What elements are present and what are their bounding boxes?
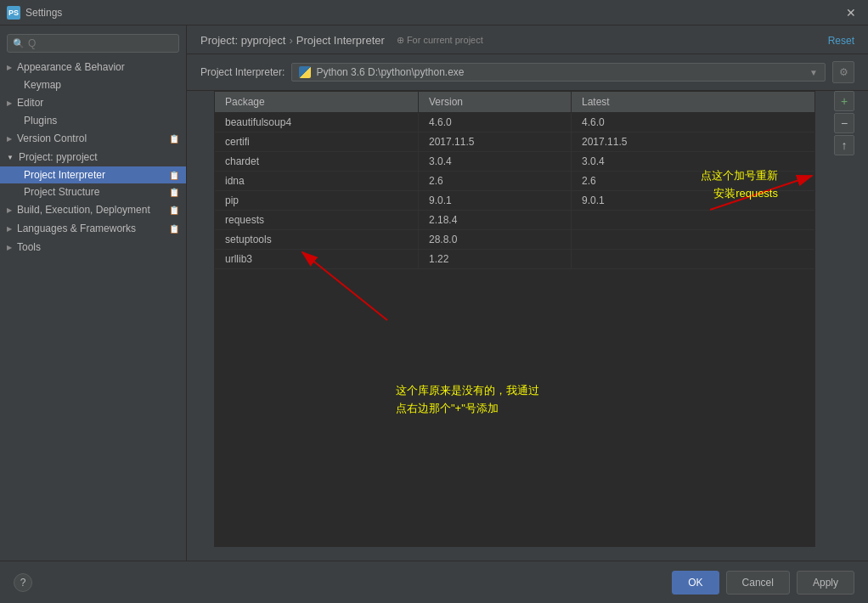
bottom-left: ? [14, 573, 32, 592]
sidebar-item-editor[interactable]: ▶ Editor [0, 93, 186, 112]
sidebar-item-build[interactable]: ▶ Build, Execution, Deployment 📋 [0, 200, 186, 219]
sidebar-label-tools: Tools [17, 241, 41, 253]
search-input[interactable] [28, 37, 173, 49]
sidebar-label-editor: Editor [17, 97, 43, 109]
interpreter-label: Project Interpreter: [200, 66, 285, 78]
sidebar-item-tools[interactable]: ▶ Tools [0, 238, 186, 256]
python-icon [299, 66, 311, 78]
column-header-version: Version [419, 92, 572, 112]
triangle-icon-lang: ▶ [7, 225, 12, 233]
app-icon: PS [7, 6, 20, 20]
cell-latest [572, 211, 814, 229]
breadcrumb-sep: › [289, 34, 292, 47]
sidebar-item-project[interactable]: ▼ Project: pyproject [0, 148, 186, 166]
table-row[interactable]: setuptools28.8.0 [215, 230, 814, 250]
cell-version: 1.22 [419, 250, 572, 268]
annotation-text-1: 这个库原来是没有的，我通过 点右边那个"+"号添加 [396, 382, 539, 418]
cell-version: 28.8.0 [419, 230, 572, 249]
sidebar-label-ps: Project Structure [24, 186, 99, 198]
table-wrapper: Package Version Latest beautifulsoup44.6… [200, 91, 854, 554]
cell-version: 2.6 [419, 172, 572, 190]
sidebar-label-build: Build, Execution, Deployment [17, 204, 150, 216]
search-box[interactable]: 🔍 [7, 34, 179, 53]
content-header: Project: pyproject › Project Interpreter… [187, 25, 868, 54]
triangle-icon: ▶ [7, 64, 12, 71]
breadcrumb-page: Project Interpreter [296, 34, 385, 47]
cell-latest [572, 230, 814, 249]
sidebar-label-appearance: Appearance & Behavior [17, 61, 125, 73]
sidebar-label-vc: Version Control [17, 132, 87, 144]
breadcrumb: Project: pyproject › Project Interpreter… [200, 34, 483, 47]
cell-package: requests [215, 211, 419, 229]
annotation-line3: 点这个加号重新 [701, 167, 778, 185]
title-bar: PS Settings ✕ [0, 0, 868, 25]
cell-latest [572, 250, 814, 268]
sidebar-label-lang: Languages & Frameworks [17, 223, 136, 234]
sidebar-item-languages[interactable]: ▶ Languages & Frameworks 📋 [0, 219, 186, 238]
sidebar-label-plugins: Plugins [24, 115, 57, 127]
cell-version: 3.0.4 [419, 152, 572, 171]
table-row[interactable]: requests2.18.4 [215, 211, 814, 230]
triangle-icon-vc: ▶ [7, 135, 12, 143]
edit-icon-vc: 📋 [169, 134, 179, 144]
breadcrumb-project: Project: pyproject [200, 34, 285, 47]
upgrade-package-button[interactable]: ↑ [834, 135, 854, 155]
cell-package: urllib3 [215, 250, 419, 268]
main-layout: 🔍 ▶ Appearance & Behavior Keymap ▶ Edito… [0, 25, 868, 561]
column-header-latest: Latest [572, 92, 814, 112]
help-button[interactable]: ? [14, 573, 32, 592]
cell-version: 2017.11.5 [419, 132, 572, 151]
cell-latest: 3.0.4 [572, 152, 814, 171]
table-side-buttons: + − ↑ [834, 91, 854, 155]
add-package-button[interactable]: + [834, 91, 854, 111]
title-bar-left: PS Settings [7, 6, 62, 20]
triangle-icon-build: ▶ [7, 206, 12, 214]
table-row[interactable]: urllib31.22 [215, 250, 814, 269]
apply-button[interactable]: Apply [797, 571, 854, 595]
window-title: Settings [25, 7, 62, 19]
annotation-text-2: 点这个加号重新 安装requests [701, 167, 778, 203]
sidebar: 🔍 ▶ Appearance & Behavior Keymap ▶ Edito… [0, 25, 187, 561]
cancel-button[interactable]: Cancel [726, 571, 790, 595]
edit-icon-ps: 📋 [169, 188, 179, 197]
sidebar-item-project-interpreter[interactable]: Project Interpreter 📋 [0, 166, 186, 183]
sidebar-item-appearance[interactable]: ▶ Appearance & Behavior [0, 58, 186, 76]
dropdown-arrow-icon: ▼ [809, 68, 818, 77]
table-row[interactable]: certifi2017.11.52017.11.5 [215, 132, 814, 152]
reset-button[interactable]: Reset [828, 35, 854, 47]
sidebar-item-plugins[interactable]: Plugins [0, 112, 186, 129]
cell-package: pip [215, 191, 419, 210]
cell-package: idna [215, 172, 419, 190]
cell-package: beautifulsoup4 [215, 113, 419, 132]
edit-icon-build: 📋 [169, 206, 179, 215]
interpreter-select-value: Python 3.6 D:\python\python.exe [299, 66, 464, 78]
ok-button[interactable]: OK [672, 571, 719, 595]
sidebar-label-pi: Project Interpreter [24, 169, 105, 181]
search-icon: 🔍 [13, 38, 25, 49]
cell-latest: 9.0.1 [572, 191, 814, 210]
cell-package: setuptools [215, 230, 419, 249]
remove-package-button[interactable]: − [834, 113, 854, 133]
gear-button[interactable]: ⚙ [832, 61, 854, 83]
sidebar-label-project: Project: pyproject [19, 151, 98, 163]
cell-latest: 2.6 [572, 172, 814, 190]
cell-latest: 4.6.0 [572, 113, 814, 132]
triangle-icon-project: ▼ [7, 154, 14, 161]
sidebar-label-keymap: Keymap [24, 79, 61, 91]
sidebar-item-version-control[interactable]: ▶ Version Control 📋 [0, 129, 186, 148]
cell-version: 2.18.4 [419, 211, 572, 229]
edit-icon-pi: 📋 [169, 171, 179, 180]
triangle-icon-editor: ▶ [7, 99, 12, 107]
table-header: Package Version Latest [215, 92, 814, 113]
sidebar-item-keymap[interactable]: Keymap [0, 76, 186, 93]
column-header-package: Package [215, 92, 419, 112]
table-row[interactable]: beautifulsoup44.6.04.6.0 [215, 113, 814, 132]
package-table: Package Version Latest beautifulsoup44.6… [214, 91, 815, 547]
interpreter-row: Project Interpreter: Python 3.6 D:\pytho… [187, 54, 868, 91]
bottom-buttons: OK Cancel Apply [672, 571, 854, 595]
content-area: Project: pyproject › Project Interpreter… [187, 25, 868, 561]
sidebar-item-project-structure[interactable]: Project Structure 📋 [0, 183, 186, 200]
interpreter-select[interactable]: Python 3.6 D:\python\python.exe ▼ [291, 63, 826, 82]
close-button[interactable]: ✕ [841, 4, 861, 21]
cell-latest: 2017.11.5 [572, 132, 814, 151]
